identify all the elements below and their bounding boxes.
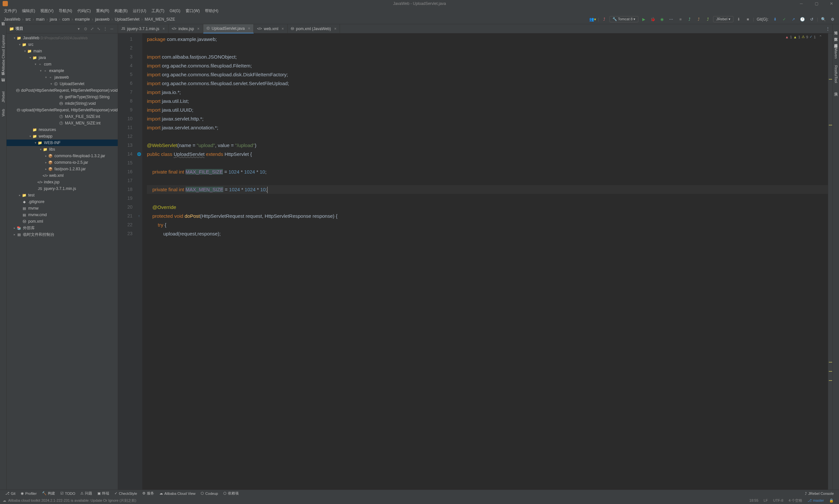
git-push-icon[interactable]: ↗ <box>789 15 798 23</box>
gutter-row[interactable] <box>136 43 142 52</box>
tree-node[interactable]: ⓕMAX_FILE_SIZE:int <box>6 113 118 120</box>
run-button[interactable]: ▶ <box>640 15 648 23</box>
bottom-tool-button[interactable]: ⚙ 服务 <box>140 491 157 496</box>
gutter-row[interactable] <box>136 203 142 212</box>
git-branch[interactable]: ⎇ master <box>805 499 826 503</box>
cursor-position[interactable]: 18:55 <box>747 499 761 502</box>
tree-node[interactable]: ▾▫javaweb <box>6 74 118 80</box>
gutter-row[interactable] <box>136 229 142 238</box>
git-history-icon[interactable]: 🕐 <box>799 15 807 23</box>
git-rollback-icon[interactable]: ↺ <box>808 15 816 23</box>
gutter-row[interactable] <box>136 194 142 203</box>
jrebel-rocket-icon[interactable]: ⤴ <box>600 15 608 23</box>
gutter-row[interactable] <box>136 35 142 43</box>
users-icon[interactable]: 👥▾ <box>589 15 597 23</box>
lock-icon[interactable]: 🔒 <box>826 499 836 503</box>
dropdown-icon[interactable]: ▾ <box>78 26 80 31</box>
line-number[interactable]: 5 <box>118 70 133 79</box>
line-number[interactable]: 1 <box>118 35 133 43</box>
error-stripe[interactable] <box>828 33 833 490</box>
tree-node[interactable]: ▸📚外部库 <box>6 224 118 231</box>
close-icon[interactable]: × <box>334 26 337 31</box>
menu-item[interactable]: 帮助(H) <box>202 8 221 14</box>
breadcrumb-item[interactable]: example <box>74 17 91 22</box>
left-gutter-tab[interactable]: Alibaba Cloud Explorer <box>1 32 6 74</box>
tree-node[interactable]: 📁resources <box>6 126 118 133</box>
gutter-row[interactable] <box>136 167 142 176</box>
breadcrumb-item[interactable]: com <box>61 17 71 22</box>
tree-arrow-icon[interactable]: ▾ <box>28 134 32 138</box>
git-update-icon[interactable]: ⬇ <box>771 15 779 23</box>
bottom-tool-button[interactable]: ◉ Profiler <box>18 491 39 496</box>
tree-node[interactable]: ⓜdoPost(HttpServletRequest, HttpServletR… <box>6 87 118 94</box>
gutter-row[interactable] <box>136 123 142 132</box>
tree-node[interactable]: ▸📦commons-fileupload-1.3.2.jar <box>6 152 118 159</box>
line-number[interactable]: 23 <box>118 229 133 238</box>
jrebel-console-button[interactable]: ⤴ JRebel Console <box>802 491 836 496</box>
build-icon[interactable]: ⬇ <box>735 15 742 23</box>
tree-arrow-icon[interactable]: ▸ <box>44 161 48 164</box>
gutter-row[interactable] <box>136 220 142 229</box>
menu-item[interactable]: 窗口(W) <box>183 8 202 14</box>
tree-arrow-icon[interactable]: ▾ <box>39 69 42 72</box>
gutter-row[interactable]: ↑ <box>136 212 142 220</box>
editor-tab[interactable]: </>web.xml× <box>254 24 288 33</box>
tree-node[interactable]: ◆.gitignore <box>6 198 118 205</box>
right-gutter-tab[interactable]: Maven <box>834 45 839 61</box>
profiler-button[interactable]: ⋯ <box>667 15 675 23</box>
rocket2-icon[interactable]: ⤴ <box>695 15 703 23</box>
left-gutter-tab[interactable]: 书签 <box>0 76 6 81</box>
line-number[interactable]: 11 <box>118 123 133 132</box>
bottom-tool-button[interactable]: 🔨 构建 <box>39 491 58 496</box>
settings-icon[interactable]: ⚙ <box>828 15 836 23</box>
menu-item[interactable]: 运行(U) <box>130 8 149 14</box>
line-number[interactable]: 3 <box>118 52 133 61</box>
editor-tab[interactable]: ⒸUploadServlet.java× <box>203 24 254 33</box>
tree-arrow-icon[interactable]: ▸ <box>44 167 48 170</box>
bottom-tool-button[interactable]: ⎇ Git <box>3 491 18 496</box>
menu-item[interactable]: 视图(V) <box>38 8 56 14</box>
project-tree[interactable]: ▾📁JavaWebD:\ProjectsFor2024\JavaWeb▾📁src… <box>6 33 118 490</box>
menu-item[interactable]: 导航(N) <box>56 8 75 14</box>
line-number[interactable]: 17 <box>118 176 133 185</box>
right-gutter-tab[interactable]: RestfulTool <box>834 62 839 86</box>
line-number[interactable]: 9 <box>118 105 133 114</box>
line-number[interactable]: 7 <box>118 88 133 96</box>
tree-node[interactable]: ▤mvnw.cmd <box>6 212 118 218</box>
line-number[interactable]: 14 <box>118 150 133 159</box>
breadcrumb-item[interactable]: JavaWeb <box>3 17 22 22</box>
tree-node[interactable]: ⓕMAX_MEN_SIZE:int <box>6 120 118 126</box>
tree-arrow-icon[interactable]: ▾ <box>39 148 42 151</box>
line-number[interactable]: 4 <box>118 61 133 70</box>
code-area[interactable]: ▲1 ▲1 ⚠9 ✓1 ⌃ package com.example.javawe… <box>142 33 828 490</box>
rocket3-icon[interactable]: ⤴ <box>704 15 712 23</box>
tree-arrow-icon[interactable]: ▾ <box>33 62 37 66</box>
search-icon[interactable]: 🔍 <box>819 15 827 23</box>
menu-item[interactable]: 代码(C) <box>75 8 93 14</box>
rocket1-icon[interactable]: ⤴ <box>686 15 694 23</box>
breadcrumb-item[interactable]: main <box>35 17 46 22</box>
tree-node[interactable]: ▸📦commons-io-2.5.jar <box>6 159 118 166</box>
right-gutter-tab[interactable]: 数据库 <box>833 32 839 37</box>
close-icon[interactable]: × <box>198 26 200 31</box>
right-gutter-tab[interactable]: 通知 <box>833 25 839 31</box>
tabs-menu-icon[interactable]: ⋮ <box>823 26 833 31</box>
gutter-row[interactable] <box>136 105 142 114</box>
gutter-row[interactable] <box>136 141 142 150</box>
indent[interactable]: 4 个空格 <box>786 498 805 503</box>
breadcrumb-item[interactable]: src <box>24 17 32 22</box>
tree-arrow-icon[interactable]: ▾ <box>23 50 27 53</box>
run-config-dropdown[interactable]: 🔧 Tomcat 8 ▾ <box>610 16 639 22</box>
jrebel-dropdown[interactable]: JRebel ▾ <box>713 16 733 22</box>
gutter-row[interactable] <box>136 114 142 123</box>
breadcrumb-item[interactable]: java <box>49 17 58 22</box>
editor-tab[interactable]: Ⓜpom.xml (JavaWeb)× <box>288 24 340 33</box>
bottom-tool-button[interactable]: ⬡ 依赖项 <box>221 491 241 496</box>
tree-arrow-icon[interactable]: ▸ <box>44 154 48 158</box>
expand-icon[interactable]: ⤢ <box>89 25 96 32</box>
editor-tab[interactable]: JSjquery-3.7.1.min.js× <box>118 24 169 33</box>
tree-node[interactable]: ▸📦fastjson-1.2.83.jar <box>6 166 118 172</box>
gutter-row[interactable] <box>136 132 142 141</box>
gutter-row[interactable] <box>136 52 142 61</box>
close-button[interactable]: ✕ <box>824 0 839 7</box>
